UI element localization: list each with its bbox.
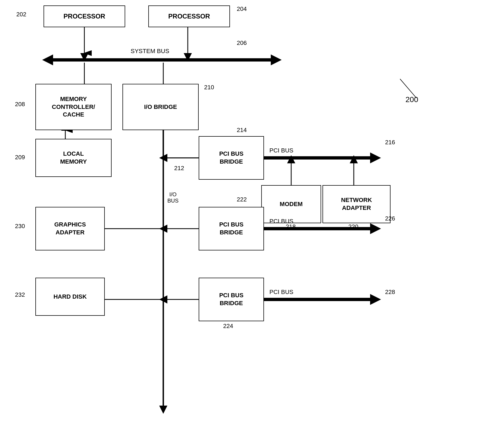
svg-marker-36 — [350, 155, 358, 163]
ref-200: 200 — [405, 95, 418, 104]
svg-marker-27 — [370, 223, 381, 234]
svg-marker-11 — [184, 53, 192, 61]
svg-marker-20 — [159, 154, 167, 162]
system-bus-label: SYSTEM BUS — [131, 48, 169, 55]
svg-marker-30 — [159, 295, 167, 304]
svg-marker-32 — [370, 294, 381, 305]
hard-disk-box: HARD DISK — [35, 278, 105, 316]
ref-224: 224 — [223, 323, 233, 330]
ref-212: 212 — [174, 165, 184, 172]
ref-214: 214 — [237, 127, 247, 134]
svg-marker-22 — [370, 152, 381, 163]
ref-209: 209 — [15, 154, 25, 161]
network-adapter-box: NETWORK ADAPTER — [322, 185, 391, 223]
processor2-box: PROCESSOR — [148, 5, 230, 27]
graphics-adapter-box: GRAPHICS ADAPTER — [35, 207, 105, 250]
pci-bus-bridge2-box: PCI BUS BRIDGE — [199, 207, 264, 250]
ref-216: 216 — [385, 139, 395, 146]
svg-marker-9 — [80, 53, 88, 61]
ref-222: 222 — [237, 196, 247, 203]
ref-220: 220 — [348, 223, 358, 230]
ref-232: 232 — [15, 291, 25, 298]
ref-228: 228 — [385, 289, 395, 296]
svg-marker-7 — [271, 54, 282, 65]
ref-202: 202 — [16, 11, 26, 18]
ref-210: 210 — [204, 84, 214, 91]
pci-bus-3-label: PCI BUS — [269, 289, 293, 296]
memory-controller-box: MEMORY CONTROLLER/ CACHE — [35, 84, 112, 130]
svg-marker-17 — [159, 406, 167, 414]
ref-226: 226 — [385, 215, 395, 222]
ref-218: 218 — [286, 223, 296, 230]
pci-bus-bridge1-box: PCI BUS BRIDGE — [199, 136, 264, 180]
io-bus-label: I/O BUS — [167, 185, 179, 204]
svg-marker-34 — [287, 155, 295, 163]
pci-bus-bridge3-box: PCI BUS BRIDGE — [199, 278, 264, 321]
svg-marker-25 — [159, 225, 167, 233]
ref-208: 208 — [15, 101, 25, 108]
ref-204: 204 — [237, 5, 247, 13]
ref-206: 206 — [237, 39, 247, 47]
pci-bus-1-label: PCI BUS — [269, 147, 293, 154]
ref-230: 230 — [15, 223, 25, 230]
local-memory-box: LOCAL MEMORY — [35, 139, 112, 177]
svg-marker-6 — [42, 54, 53, 65]
diagram: PROCESSOR PROCESSOR SYSTEM BUS MEMORY CO… — [0, 0, 504, 435]
modem-box: MODEM — [261, 185, 321, 223]
io-bridge-box: I/O BRIDGE — [122, 84, 199, 130]
processor1-box: PROCESSOR — [44, 5, 125, 27]
